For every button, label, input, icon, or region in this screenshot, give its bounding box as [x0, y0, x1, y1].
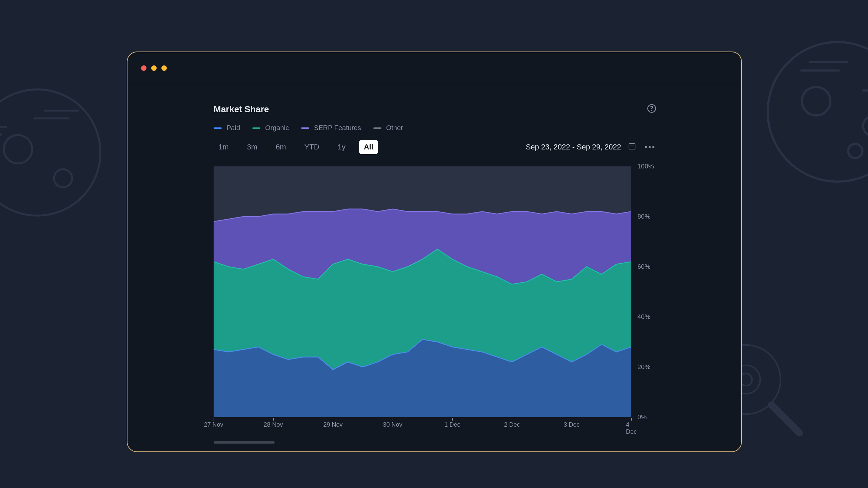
close-window-button[interactable] [141, 65, 146, 71]
svg-point-0 [0, 89, 100, 216]
planet-decoration-right [766, 41, 868, 183]
range-btn-1y[interactable]: 1y [333, 140, 350, 154]
legend-item[interactable]: Other [373, 124, 403, 132]
range-btn-6m[interactable]: 6m [271, 140, 291, 154]
stacked-area-chart [214, 166, 631, 417]
svg-point-11 [651, 110, 652, 110]
app-window: Market Share PaidOrganicSERP FeaturesOth… [127, 52, 742, 452]
traffic-lights [141, 65, 167, 71]
x-tick: 29 Nov [323, 421, 342, 428]
legend-label: Paid [226, 124, 240, 132]
legend-swatch [252, 127, 260, 129]
svg-point-2 [54, 169, 72, 187]
x-tick: 27 Nov [204, 421, 223, 428]
chart-area: 100%80%60%40%20%0% 27 Nov28 Nov29 Nov30 … [214, 166, 656, 417]
svg-point-5 [863, 116, 868, 136]
legend-label: Other [386, 124, 403, 132]
calendar-icon[interactable] [628, 142, 636, 152]
x-tick: 3 Dec [564, 421, 579, 428]
help-icon[interactable] [647, 104, 656, 115]
more-icon[interactable] [643, 144, 656, 150]
chart-title: Market Share [214, 104, 269, 115]
chart-panel: Market Share PaidOrganicSERP FeaturesOth… [127, 84, 741, 431]
x-tick: 1 Dec [444, 421, 460, 428]
y-tick: 20% [637, 363, 650, 371]
x-tick: 2 Dec [504, 421, 520, 428]
chart-scrollbar[interactable] [214, 441, 275, 444]
date-range-label: Sep 23, 2022 - Sep 29, 2022 [526, 143, 621, 151]
x-tick: 4 Dec [626, 421, 637, 435]
svg-point-6 [848, 144, 863, 158]
legend-item[interactable]: SERP Features [301, 124, 361, 132]
y-tick: 80% [637, 213, 650, 220]
y-tick: 0% [637, 413, 647, 421]
svg-point-1 [4, 135, 32, 164]
legend-swatch [214, 127, 222, 129]
svg-point-4 [802, 87, 830, 116]
legend-item[interactable]: Paid [214, 124, 240, 132]
svg-rect-12 [629, 144, 635, 149]
range-btn-ytd[interactable]: YTD [300, 140, 324, 154]
x-tick: 28 Nov [263, 421, 283, 428]
chart-legend: PaidOrganicSERP FeaturesOther [214, 124, 656, 132]
y-tick: 60% [637, 263, 650, 270]
legend-item[interactable]: Organic [252, 124, 289, 132]
legend-swatch [373, 127, 381, 129]
legend-label: Organic [265, 124, 289, 132]
range-btn-1m[interactable]: 1m [214, 140, 234, 154]
minimize-window-button[interactable] [151, 65, 157, 71]
x-tick: 30 Nov [383, 421, 402, 428]
maximize-window-button[interactable] [161, 65, 167, 71]
y-tick: 40% [637, 313, 650, 321]
planet-decoration-left [0, 88, 102, 217]
y-tick: 100% [637, 163, 654, 170]
legend-label: SERP Features [314, 124, 361, 132]
range-btn-all[interactable]: All [359, 140, 378, 154]
window-titlebar [127, 52, 741, 84]
legend-swatch [301, 127, 309, 129]
range-btn-3m[interactable]: 3m [242, 140, 262, 154]
time-range-buttons: 1m3m6mYTD1yAll [214, 140, 378, 154]
